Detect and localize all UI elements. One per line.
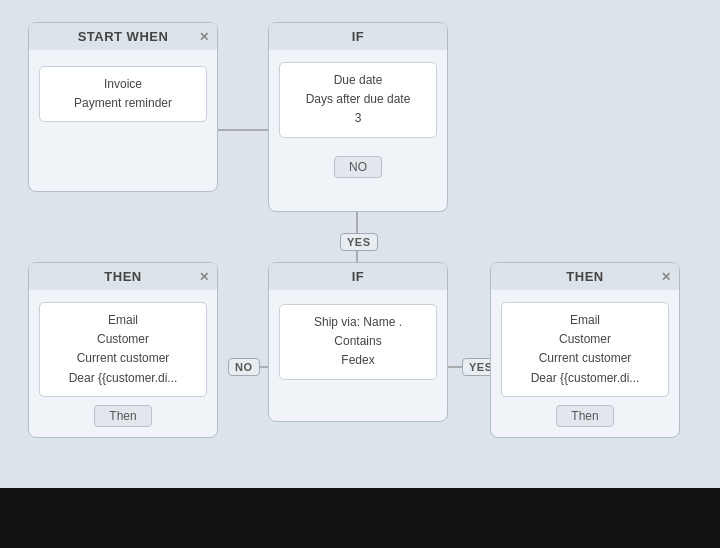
if1-header: IF [269, 23, 447, 50]
start-when-body: Invoice Payment reminder [39, 66, 207, 122]
yes-badge-1: YES [340, 233, 378, 251]
then1-body: Email Customer Current customer Dear {{c… [39, 302, 207, 397]
if2-node: IF Ship via: Name . Contains Fedex [268, 262, 448, 422]
then1-close[interactable]: ✕ [199, 270, 210, 284]
then2-button[interactable]: Then [556, 405, 613, 427]
start-when-node: START WHEN ✕ Invoice Payment reminder [28, 22, 218, 192]
then2-node: THEN ✕ Email Customer Current customer D… [490, 262, 680, 438]
if1-body: Due date Days after due date 3 [279, 62, 437, 138]
no-badge-1: NO [228, 358, 260, 376]
then1-button[interactable]: Then [94, 405, 151, 427]
then1-node: THEN ✕ Email Customer Current customer D… [28, 262, 218, 438]
then2-close[interactable]: ✕ [661, 270, 672, 284]
if1-no-button[interactable]: NO [334, 156, 382, 178]
black-bar [0, 488, 720, 548]
start-when-header: START WHEN ✕ [29, 23, 217, 50]
start-when-close[interactable]: ✕ [199, 30, 210, 44]
then2-body: Email Customer Current customer Dear {{c… [501, 302, 669, 397]
if2-body: Ship via: Name . Contains Fedex [279, 304, 437, 380]
then1-header: THEN ✕ [29, 263, 217, 290]
if2-header: IF [269, 263, 447, 290]
if1-node: IF Due date Days after due date 3 NO [268, 22, 448, 212]
then2-header: THEN ✕ [491, 263, 679, 290]
